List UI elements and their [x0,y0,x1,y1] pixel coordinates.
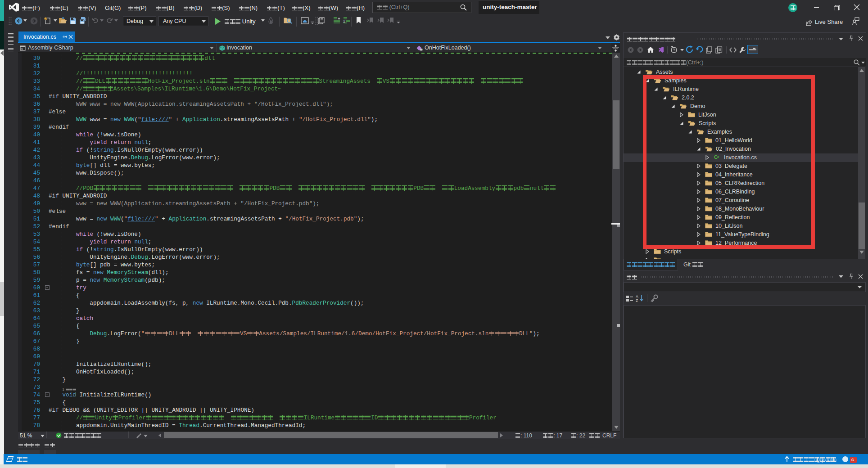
svg-text:Z: Z [636,298,638,302]
svg-text:2: 2 [343,19,345,23]
